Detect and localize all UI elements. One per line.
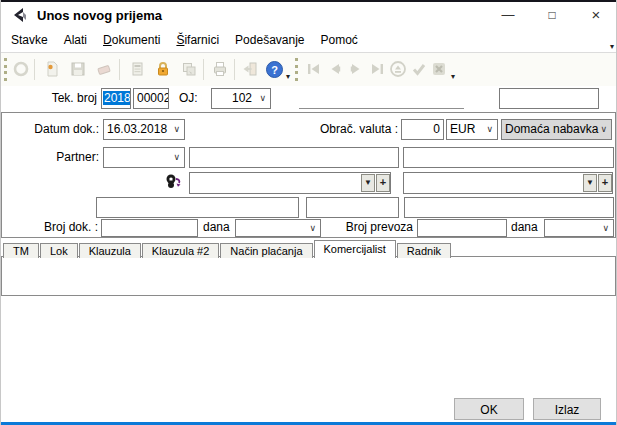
tab-komercijalist[interactable]: Komercijalist: [314, 240, 396, 258]
datum-dok-label: Datum dok.:: [19, 119, 99, 140]
menu-item-ifarnici[interactable]: Šifarnici: [168, 30, 227, 51]
chevron-down-icon: ∨: [259, 89, 266, 108]
header-box-input[interactable]: [499, 88, 599, 109]
tab-lok[interactable]: Lok: [40, 243, 78, 258]
contact-select-right[interactable]: ▼ +: [403, 172, 613, 194]
dana-select-2[interactable]: ∨: [544, 219, 614, 237]
broj-dok-label: Broj dok. :: [19, 218, 98, 236]
lock-icon[interactable]: [151, 57, 175, 81]
add-button[interactable]: +: [376, 174, 390, 192]
address-input-2[interactable]: [306, 197, 399, 218]
tip-nabavke-select[interactable]: Domaća nabavka∨: [501, 119, 612, 140]
toolbar-separator: [203, 59, 204, 80]
dana-select[interactable]: ∨: [235, 219, 321, 237]
menu-item-dokumenti[interactable]: Dokumenti: [95, 30, 168, 51]
new-document-icon[interactable]: [40, 57, 64, 81]
list-icon[interactable]: [125, 57, 149, 81]
minimize-button[interactable]: —: [486, 2, 530, 30]
header-underline-input[interactable]: [299, 88, 464, 109]
partner-label: Partner:: [19, 147, 99, 168]
obrac-valuta-label: Obrač. valuta :: [301, 119, 398, 140]
menu-item-alati[interactable]: Alati: [56, 30, 95, 51]
valuta-select[interactable]: EUR∨: [446, 119, 498, 140]
dana-label: dana: [203, 218, 233, 236]
eraser-icon[interactable]: [92, 57, 116, 81]
menu-item-pomo[interactable]: Pomoć: [313, 30, 366, 51]
ok-button[interactable]: OK: [454, 398, 524, 420]
menu-bar: StavkeAlatiDokumentiŠifarniciPodešavanje…: [1, 30, 617, 53]
broj-prevoza-label: Broj prevoza: [339, 218, 413, 236]
maximize-button[interactable]: □: [530, 2, 574, 30]
tab-panel-komercijalist: [1, 256, 616, 296]
dana-label: dana: [511, 218, 541, 236]
exit-door-icon[interactable]: [238, 57, 262, 81]
window-title: Unos novog prijema: [37, 2, 162, 30]
datum-dok-select[interactable]: 16.03.2018∨: [103, 119, 185, 140]
help-icon[interactable]: ?: [262, 57, 286, 81]
contact-select-left[interactable]: ▼ +: [189, 172, 391, 194]
valuta-iznos-input[interactable]: 0: [401, 119, 444, 140]
oj-select[interactable]: 102∨: [211, 88, 271, 109]
dialog-window: Unos novog prijema — □ × StavkeAlatiDoku…: [0, 0, 617, 425]
tab-strip: TMLokKlauzulaKlauzula #2Način plaćanjaKo…: [3, 240, 452, 258]
partner-code-select[interactable]: ∨: [103, 147, 185, 168]
tab-klauzula-2[interactable]: Klauzula #2: [142, 243, 220, 258]
tab-radnik[interactable]: Radnik: [397, 243, 451, 258]
toolbar-overflow-icon[interactable]: ▾: [451, 72, 455, 81]
menu-overflow-icon[interactable]: ▾: [610, 42, 614, 51]
oj-label: OJ:: [179, 88, 205, 109]
tek-broj-label: Tek. broj: [29, 88, 97, 109]
title-bar[interactable]: Unos novog prijema — □ ×: [1, 2, 617, 30]
add-button[interactable]: +: [598, 174, 612, 192]
tab-na-in-pla-anja[interactable]: Način plaćanja: [220, 243, 312, 258]
svg-text:?: ?: [271, 63, 278, 75]
tek-broj-number-input[interactable]: 00002: [133, 88, 169, 109]
copy-table-icon[interactable]: [177, 57, 201, 81]
cancel-icon[interactable]: [427, 57, 451, 81]
toolbar: ? ▾ ▾: [1, 53, 617, 86]
menu-item-stavke[interactable]: Stavke: [3, 30, 56, 51]
toolbar-grip[interactable]: [4, 58, 7, 81]
toolbar-grip[interactable]: [295, 58, 298, 81]
address-input-3[interactable]: [404, 197, 614, 218]
app-logo-icon: [11, 7, 29, 25]
menu-item-pode-avanje[interactable]: Podešavanje: [227, 30, 312, 51]
selected-text: 2018: [103, 91, 131, 105]
broj-prevoza-input[interactable]: [417, 219, 507, 237]
tab-klauzula[interactable]: Klauzula: [79, 243, 141, 258]
toolbar-overflow-icon[interactable]: ▾: [286, 72, 290, 81]
broj-dok-input[interactable]: [101, 219, 198, 237]
dropdown-button[interactable]: ▼: [583, 174, 597, 192]
address-input-1[interactable]: [96, 197, 299, 218]
undo-circle-icon[interactable]: [9, 57, 33, 81]
tab-tm[interactable]: TM: [3, 243, 39, 258]
chevron-down-icon: ∨: [173, 120, 180, 139]
toolbar-separator: [234, 59, 235, 80]
chevron-down-icon: ∨: [602, 220, 609, 236]
partner-name-input[interactable]: [189, 147, 399, 168]
partner-contact-icon: [164, 173, 183, 190]
chevron-down-icon: ∨: [486, 120, 493, 139]
dropdown-button[interactable]: ▼: [361, 174, 375, 192]
save-icon[interactable]: [66, 57, 90, 81]
tek-broj-year-input[interactable]: 2018: [101, 88, 131, 109]
toolbar-separator: [119, 59, 120, 80]
chevron-down-icon: ∨: [173, 148, 180, 167]
izlaz-button[interactable]: Izlaz: [533, 398, 601, 420]
close-button[interactable]: ×: [574, 2, 617, 30]
chevron-down-icon: ∨: [309, 220, 316, 236]
partner-name2-input[interactable]: [403, 147, 614, 168]
chevron-down-icon: ∨: [600, 120, 607, 139]
toolbar-separator: [34, 59, 35, 80]
print-icon[interactable]: [208, 57, 232, 81]
